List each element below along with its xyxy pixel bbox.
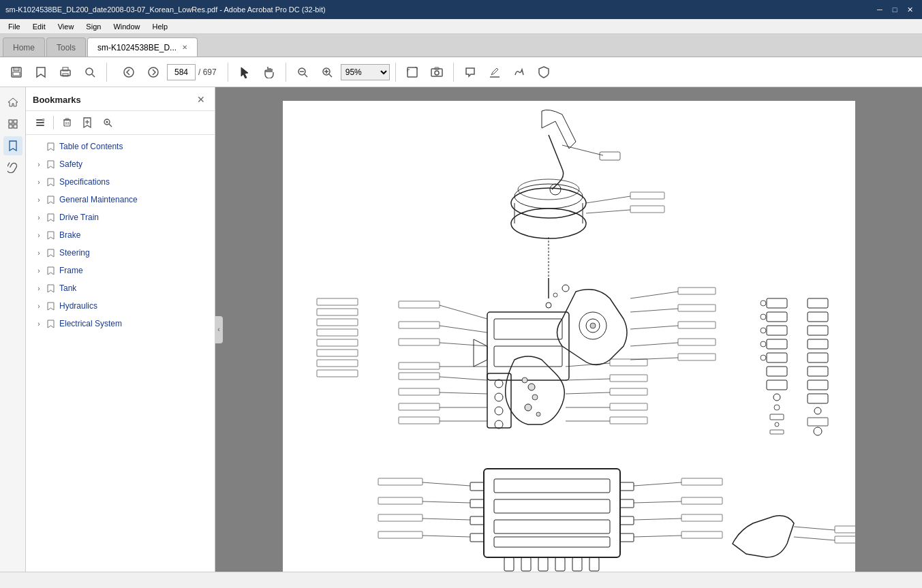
bookmark-item-gen-maint[interactable]: › General Maintenance: [26, 191, 215, 208]
svg-line-139: [634, 519, 681, 520]
save-button[interactable]: [5, 61, 27, 83]
bm-expand-safety[interactable]: ›: [34, 159, 44, 169]
bm-expand-hydraulics[interactable]: ›: [34, 301, 44, 311]
bookmark-item-steering[interactable]: › Steering: [26, 244, 215, 262]
sidebar-home-icon[interactable]: [3, 93, 22, 112]
sidebar-attach-icon[interactable]: [3, 158, 22, 177]
bookmark-label-brake: Brake: [59, 230, 80, 240]
bookmark-item-hydraulics[interactable]: › Hydraulics: [26, 297, 215, 315]
bookmarks-title: Bookmarks: [33, 95, 81, 105]
bookmarks-close-button[interactable]: ✕: [194, 93, 208, 106]
bookmark-item-drive-train[interactable]: › Drive Train: [26, 208, 215, 226]
bookmark-label-tank: Tank: [59, 283, 76, 293]
zoom-select[interactable]: 50% 75% 95% 100% 125% 150% 200%: [341, 64, 390, 80]
snapshot-button[interactable]: [426, 61, 448, 83]
zoom-out-button[interactable]: [292, 61, 313, 83]
bm-expand-brake[interactable]: ›: [34, 230, 44, 240]
svg-rect-170: [808, 326, 828, 335]
svg-line-49: [586, 196, 630, 203]
bm-delete-button[interactable]: [58, 114, 76, 131]
menu-view[interactable]: View: [52, 21, 80, 32]
panel-collapse-handle[interactable]: ‹: [215, 316, 223, 343]
close-button[interactable]: ✕: [903, 3, 917, 16]
svg-rect-65: [678, 288, 716, 294]
highlight-button[interactable]: [484, 61, 506, 83]
diagram-svg: [283, 101, 855, 572]
menu-edit[interactable]: Edit: [27, 21, 51, 32]
bm-bookmark-icon-safety: [45, 159, 56, 170]
svg-rect-188: [835, 526, 855, 533]
bookmark-label-gen-maint: General Maintenance: [59, 195, 138, 204]
menu-help[interactable]: Help: [147, 21, 174, 32]
sidebar-bookmarks-icon[interactable]: [3, 136, 22, 155]
bookmark-item-safety[interactable]: › Safety: [26, 155, 215, 173]
page-input[interactable]: [167, 64, 196, 80]
minimize-button[interactable]: ─: [873, 3, 887, 16]
pdf-viewer[interactable]: [215, 87, 922, 572]
svg-rect-174: [808, 380, 828, 390]
svg-rect-82: [487, 373, 511, 428]
select-tool-button[interactable]: [234, 61, 256, 83]
bm-bookmark-icon-hydraulics: [45, 300, 56, 311]
bm-expand-gen-maint[interactable]: ›: [34, 195, 44, 204]
bm-expand-frame[interactable]: ›: [34, 266, 44, 275]
svg-point-152: [760, 300, 766, 306]
fit-page-button[interactable]: [401, 61, 423, 83]
svg-rect-1: [14, 67, 19, 71]
menu-file[interactable]: File: [3, 21, 26, 32]
bookmark-item-toc[interactable]: Table of Contents: [26, 138, 215, 155]
bm-bookmark-icon-electrical: [45, 318, 56, 329]
bookmark-item-electrical[interactable]: › Electrical System: [26, 315, 215, 332]
print-button[interactable]: [55, 61, 76, 83]
bookmark-label-hydraulics: Hydraulics: [59, 301, 97, 311]
menu-bar: File Edit View Sign Window Help: [0, 19, 922, 34]
svg-line-94: [566, 379, 610, 380]
bm-bookmark-icon-specs: [45, 176, 56, 187]
zoom-in-button[interactable]: [316, 61, 338, 83]
tab-bar: Home Tools sm-K1024538BE_D... ✕: [0, 34, 922, 57]
tab-doc[interactable]: sm-K1024538BE_D... ✕: [87, 37, 198, 57]
bm-add-button[interactable]: [78, 114, 96, 131]
search-button[interactable]: [79, 61, 101, 83]
menu-window[interactable]: Window: [108, 21, 145, 32]
svg-line-102: [440, 377, 487, 380]
svg-line-7: [92, 74, 95, 77]
bm-options-button[interactable]: [31, 114, 49, 131]
bm-expand-tank[interactable]: ›: [34, 283, 44, 293]
bookmark-item-specs[interactable]: › Specifications: [26, 173, 215, 191]
bm-search-button[interactable]: [99, 114, 117, 131]
sidebar-tools-icon[interactable]: [3, 114, 22, 134]
sign-button[interactable]: [508, 61, 530, 83]
svg-rect-112: [494, 499, 610, 513]
svg-rect-167: [770, 430, 784, 434]
bookmark-item-tank[interactable]: › Tank: [26, 279, 215, 297]
next-page-button[interactable]: [142, 61, 164, 83]
protect-button[interactable]: [533, 61, 555, 83]
bookmark-item-brake[interactable]: › Brake: [26, 226, 215, 244]
svg-point-86: [495, 420, 503, 429]
svg-line-68: [630, 326, 678, 329]
svg-rect-142: [681, 531, 722, 538]
bm-bookmark-icon-frame: [45, 265, 56, 276]
bookmark-item-frame[interactable]: › Frame: [26, 262, 215, 279]
hand-tool-button[interactable]: [258, 61, 280, 83]
svg-line-70: [630, 343, 678, 346]
svg-rect-165: [770, 414, 784, 420]
bm-expand-steering[interactable]: ›: [34, 248, 44, 258]
menu-sign[interactable]: Sign: [80, 21, 106, 32]
bm-expand-specs[interactable]: ›: [34, 177, 44, 187]
prev-page-button[interactable]: [118, 61, 140, 83]
bm-expand-electrical[interactable]: ›: [34, 319, 44, 328]
tab-home[interactable]: Home: [3, 37, 45, 57]
svg-point-154: [760, 314, 766, 320]
tab-tools[interactable]: Tools: [46, 37, 86, 57]
bookmarks-header: Bookmarks ✕: [26, 87, 215, 111]
bm-sep-1: [53, 116, 54, 129]
comment-button[interactable]: [459, 61, 481, 83]
bookmark-button[interactable]: [30, 61, 52, 83]
tab-close-icon[interactable]: ✕: [182, 44, 187, 51]
maximize-button[interactable]: □: [888, 3, 902, 16]
svg-rect-127: [572, 557, 582, 571]
svg-rect-148: [378, 514, 422, 521]
bm-expand-drive-train[interactable]: ›: [34, 213, 44, 222]
